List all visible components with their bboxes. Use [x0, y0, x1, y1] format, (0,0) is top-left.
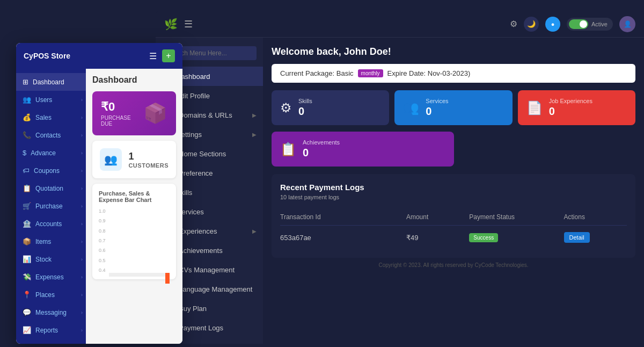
- table-header: Transaction Id Amount Payment Status Act…: [280, 209, 627, 226]
- chevron-right-icon: ›: [81, 328, 83, 333]
- menu-label-language: Language Management: [179, 285, 252, 293]
- col-actions: Actions: [564, 213, 627, 221]
- sidebar-label-dashboard: Dashboard: [33, 78, 64, 86]
- arrow-icon: ▶: [252, 228, 257, 234]
- hamburger-icon[interactable]: ☰: [184, 18, 193, 30]
- achievement-card: 📋 Achievements 0: [272, 132, 454, 167]
- chevron-right-icon: ›: [81, 221, 83, 227]
- y-label: 0.5: [99, 258, 106, 263]
- y-label: 0.7: [99, 238, 106, 243]
- dark-panel: 🌿 ☰ ⚙ 🌙 ● Active 👤 ⊞ Dashboard ✏ Ed: [156, 11, 644, 344]
- grid-line: [109, 276, 170, 276]
- stat-info-skills: Skills 0: [298, 98, 312, 118]
- services-value: 0: [426, 105, 448, 118]
- cell-amount: ₹49: [406, 234, 469, 242]
- sidebar-item-stock[interactable]: 📊 Stock ›: [16, 250, 86, 268]
- sidebar-item-users[interactable]: 👥 Users ›: [16, 91, 86, 109]
- chevron-right-icon: ›: [81, 274, 83, 280]
- grid-line: [109, 273, 170, 274]
- sidebar-item-expenses[interactable]: 💸 Expenses ›: [16, 268, 86, 286]
- sidebar-label-sales: Sales: [35, 114, 52, 121]
- job-exp-value: 0: [549, 105, 592, 118]
- sidebar-item-contacts[interactable]: 📞 Contacts ›: [16, 126, 86, 144]
- topbar-icons: ☰ +: [149, 49, 175, 62]
- menu-label-payment-logs: Payment Logs: [179, 324, 223, 332]
- table-row: 653a67ae ₹49 Success Detail: [280, 226, 627, 249]
- stat-info-services: Services 0: [426, 98, 448, 118]
- stat-card-services: 👥 Services 0: [394, 90, 512, 125]
- col-status: Payment Status: [469, 213, 564, 221]
- sidebar-item-dashboard[interactable]: ⊞ Dashboard: [16, 73, 86, 91]
- active-toggle[interactable]: Active: [567, 18, 613, 31]
- y-label: 0.8: [99, 228, 106, 234]
- detail-button[interactable]: Detail: [564, 232, 590, 243]
- add-button[interactable]: +: [162, 49, 175, 62]
- items-icon: 📦: [23, 237, 31, 245]
- sidebar-item-places[interactable]: 📍 Places ›: [16, 286, 86, 303]
- hamburger-light-icon[interactable]: ☰: [149, 51, 157, 61]
- sidebar-item-reports[interactable]: 📈 Reports ›: [16, 321, 86, 339]
- users-icon: 👥: [23, 96, 31, 104]
- sidebar-item-accounts[interactable]: 🏦 Accounts ›: [16, 215, 86, 233]
- contacts-icon: 📞: [23, 131, 31, 139]
- package-bar: Current Package: Basic monthly Expire Da…: [272, 64, 635, 83]
- menu-label-home-sections: Home Sections: [179, 150, 226, 158]
- welcome-text: Welcome back, John Doe!: [272, 46, 635, 57]
- menu-label-experiences: Experiences: [179, 227, 217, 235]
- menu-label-preference: Preference: [179, 169, 213, 177]
- sales-icon: 💰: [23, 113, 31, 121]
- sidebar-item-coupons[interactable]: 🏷 Coupons ›: [16, 162, 86, 179]
- light-main: Dashboard ₹0 PURCHASE DUE 📦 👥 1 CUSTOMER…: [86, 69, 182, 344]
- bar-chart-section: Purchase, Sales & Expense Bar Chart 1.0 …: [92, 184, 176, 279]
- y-label: 0.6: [99, 248, 106, 253]
- skills-label: Skills: [298, 98, 312, 104]
- sidebar-item-advance[interactable]: $ Advance ›: [16, 144, 86, 162]
- chevron-right-icon: ›: [81, 239, 83, 244]
- menu-label-upload-cv: Upload CV: [179, 343, 213, 344]
- advance-icon: $: [23, 149, 26, 157]
- cell-status: Success: [469, 233, 564, 242]
- sidebar-label-coupons: Coupons: [34, 167, 60, 175]
- box-icon: 📦: [143, 102, 167, 125]
- sidebar-item-items[interactable]: 📦 Items ›: [16, 233, 86, 250]
- chevron-right-icon: ›: [81, 186, 83, 191]
- sidebar-label-advance: Advance: [31, 149, 56, 157]
- menu-label-cvs: CVs Management: [179, 266, 235, 274]
- sidebar-item-quotation[interactable]: 📋 Quotation ›: [16, 179, 86, 197]
- purchase-due-info: ₹0 PURCHASE DUE: [101, 100, 143, 127]
- customers-card: 👥 1 CUSTOMERS: [92, 141, 176, 178]
- moon-icon[interactable]: 🌙: [524, 17, 539, 32]
- skills-icon: ⚙: [280, 100, 292, 115]
- dark-topbar-right: ⚙ 🌙 ● Active 👤: [510, 16, 635, 32]
- sidebar-item-sales[interactable]: 💰 Sales ›: [16, 109, 86, 126]
- notification-icon[interactable]: ●: [545, 17, 560, 32]
- settings-icon[interactable]: ⚙: [510, 19, 517, 29]
- chevron-right-icon: ›: [81, 310, 83, 315]
- services-label: Services: [426, 98, 448, 104]
- status-badge: Success: [469, 233, 498, 242]
- sidebar-label-items: Items: [35, 238, 51, 245]
- dark-main: Welcome back, John Doe! Current Package:…: [263, 38, 644, 344]
- stock-icon: 📊: [23, 255, 31, 263]
- payment-subtitle: 10 latest payment logs: [280, 194, 627, 200]
- chart-area: 1.0 0.9 0.8 0.7 0.6 0.5 0.4: [99, 208, 170, 273]
- sidebar-item-purchase[interactable]: 🛒 Purchase ›: [16, 197, 86, 215]
- sidebar-label-places: Places: [35, 291, 55, 299]
- package-label: Current Package: Basic: [280, 69, 354, 77]
- stat-info-job-exp: Job Experiences 0: [549, 98, 592, 118]
- payment-section: Recent Payment Logs 10 latest payment lo…: [272, 174, 635, 258]
- sidebar-item-messaging[interactable]: 💬 Messaging ›: [16, 303, 86, 321]
- user-avatar[interactable]: 👤: [619, 16, 635, 32]
- menu-label-domains: Domains & URLs: [179, 111, 232, 119]
- toggle-switch[interactable]: [569, 19, 588, 29]
- grid-line: [109, 276, 170, 277]
- stat-card-job-exp: 📄 Job Experiences 0: [518, 90, 635, 125]
- col-amount: Amount: [406, 213, 469, 221]
- sidebar-label-accounts: Accounts: [35, 220, 62, 228]
- chevron-right-icon: ›: [81, 115, 83, 120]
- dark-topbar: 🌿 ☰ ⚙ 🌙 ● Active 👤: [156, 11, 644, 38]
- package-badge: monthly: [358, 69, 383, 77]
- active-label: Active: [591, 21, 608, 27]
- skills-value: 0: [298, 105, 312, 118]
- arrow-icon: ▶: [252, 112, 257, 118]
